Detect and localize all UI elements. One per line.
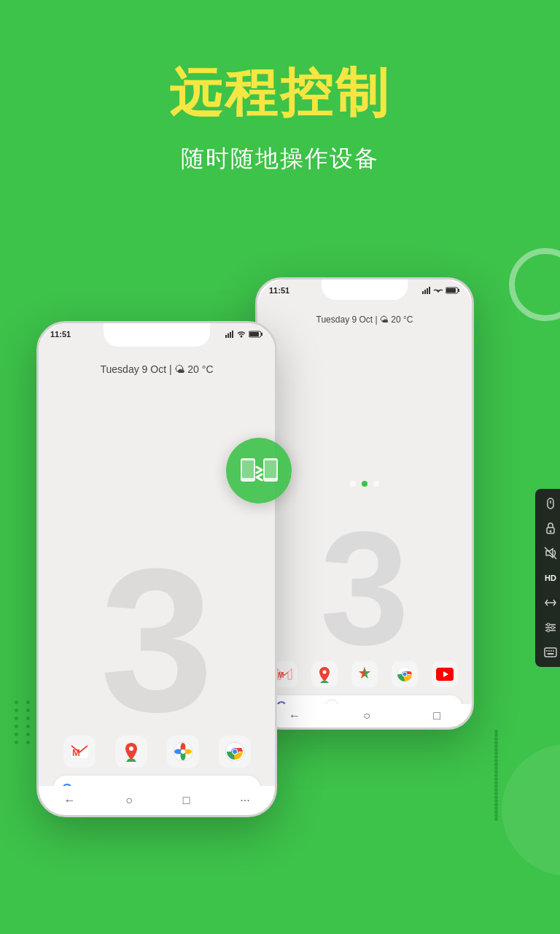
phone-back-shell: 11:51	[255, 277, 474, 730]
toolbar-settings-btn[interactable]	[537, 616, 560, 639]
phone-back-status-bar: 11:51	[257, 279, 472, 301]
svg-rect-3	[429, 287, 430, 294]
front-nav-more-btn[interactable]: ···	[240, 794, 249, 807]
phone-front-shell: 11:51	[36, 321, 277, 817]
phone-front-app-icons: M	[39, 736, 275, 768]
svg-point-56	[551, 626, 554, 629]
toolbar-mouse-btn[interactable]	[537, 492, 560, 515]
svg-point-30	[129, 746, 133, 751]
phones-container: 11:51	[0, 234, 560, 890]
page-container: 远程控制 随时随地操作设备 11:51	[0, 0, 560, 934]
nav-back-btn[interactable]: ←	[289, 709, 300, 722]
toolbar-quality-btn[interactable]	[537, 591, 560, 614]
svg-rect-1	[424, 290, 426, 294]
front-nav-recent-btn[interactable]: □	[183, 794, 190, 807]
phone-back-power-button	[472, 367, 474, 404]
toolbar-keyboard-btn[interactable]	[537, 641, 560, 664]
front-gmail-icon[interactable]: M	[63, 736, 96, 768]
svg-rect-23	[232, 331, 233, 338]
phone-back-nav-bar: ← ○ □	[257, 704, 472, 727]
phone-front-status-bar: 11:51	[39, 323, 275, 345]
front-nav-back-btn[interactable]: ←	[63, 794, 75, 807]
chrome-icon[interactable]	[392, 661, 418, 687]
svg-rect-6	[446, 288, 456, 293]
youtube-icon[interactable]	[432, 661, 458, 687]
screen-dot-2	[362, 481, 368, 487]
toolbar-sound-btn[interactable]	[537, 541, 560, 565]
svg-point-40	[233, 749, 237, 754]
phone-back-screen-dots	[350, 481, 379, 487]
screen-dot-1	[350, 481, 356, 487]
battery-icon	[446, 287, 460, 294]
svg-rect-42	[242, 460, 254, 478]
phone-front-screen: 11:51	[39, 323, 275, 815]
toolbar-hd-btn[interactable]: HD	[537, 566, 560, 590]
phone-front-time: 11:51	[50, 330, 71, 339]
control-toolbar: HD	[535, 489, 560, 667]
svg-point-57	[547, 629, 550, 632]
svg-rect-22	[230, 332, 231, 338]
svg-point-13	[402, 673, 406, 676]
phone-back-time: 11:51	[269, 286, 289, 295]
svg-point-48	[550, 530, 552, 533]
svg-rect-21	[228, 333, 229, 338]
toolbar-lock-btn[interactable]	[537, 517, 560, 540]
phone-front-nav-bar: ← ○ □ ···	[39, 786, 275, 815]
signal-icon	[422, 287, 431, 294]
nav-recent-btn[interactable]: □	[433, 709, 440, 722]
phone-front-date: Tuesday 9 Oct | 🌤 20 °C	[39, 363, 275, 375]
phone-back-app-icons: M	[257, 661, 472, 687]
maps-icon[interactable]	[311, 661, 338, 687]
main-title: 远程控制	[0, 58, 560, 128]
svg-rect-2	[427, 288, 428, 294]
front-photos-icon[interactable]	[167, 736, 199, 768]
nav-home-btn[interactable]: ○	[363, 709, 370, 722]
phone-back-screen: 11:51	[257, 279, 472, 727]
svg-point-24	[241, 336, 243, 338]
front-maps-icon[interactable]	[115, 736, 147, 768]
svg-rect-26	[261, 333, 262, 336]
svg-rect-27	[249, 332, 259, 336]
front-chrome-icon[interactable]	[219, 736, 251, 768]
sync-icon-circle	[226, 438, 292, 503]
screen-dot-3	[373, 481, 379, 487]
phone-back-date: Tuesday 9 Oct | 🌤 20 °C	[257, 314, 472, 325]
svg-point-36	[181, 749, 185, 754]
front-battery-icon	[249, 331, 263, 338]
svg-rect-44	[265, 460, 276, 478]
phone-front-watermark: 3	[100, 538, 214, 742]
photos-icon[interactable]	[351, 661, 378, 687]
svg-rect-5	[458, 289, 459, 292]
phone-front-status-icons	[225, 331, 263, 338]
svg-rect-20	[225, 335, 227, 338]
sync-icon-svg	[239, 452, 279, 489]
svg-text:M: M	[72, 747, 80, 758]
svg-rect-58	[545, 648, 556, 657]
front-wifi-icon	[236, 331, 246, 338]
subtitle: 随时随地操作设备	[0, 143, 560, 175]
phone-front: 11:51	[36, 321, 277, 817]
svg-point-9	[323, 671, 327, 674]
front-signal-icon	[225, 331, 234, 338]
phone-back: 11:51	[255, 277, 474, 730]
header: 远程控制 随时随地操作设备	[0, 0, 560, 190]
phone-back-watermark: 3	[320, 509, 409, 669]
wifi-icon	[433, 287, 443, 294]
svg-text:M: M	[278, 671, 284, 679]
svg-point-55	[547, 623, 550, 626]
phone-back-status-icons	[422, 287, 460, 294]
svg-rect-0	[422, 291, 424, 294]
front-nav-home-btn[interactable]: ○	[125, 794, 133, 807]
